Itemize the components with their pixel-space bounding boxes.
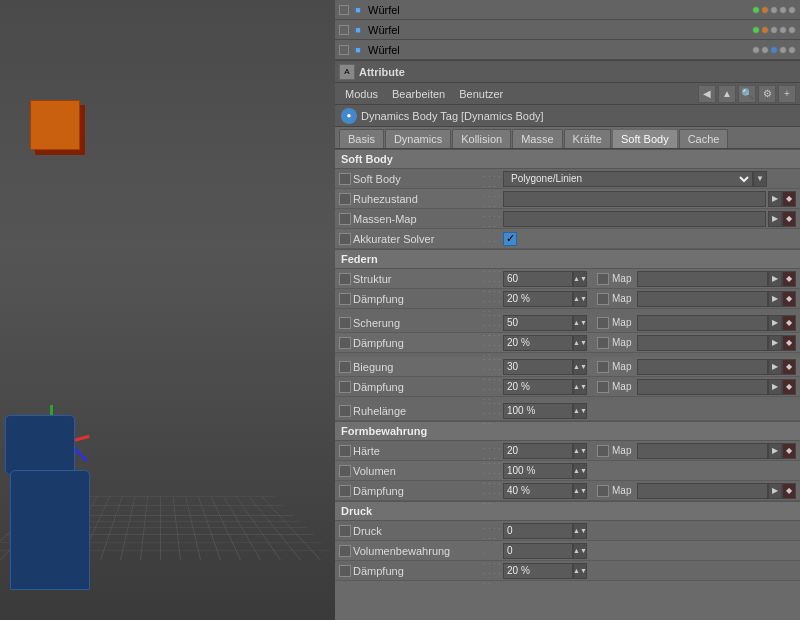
dampfung-5-input[interactable] <box>503 563 573 579</box>
struktur-map-input[interactable] <box>637 271 768 287</box>
dampfung-3-input[interactable] <box>503 379 573 395</box>
struktur-input[interactable] <box>503 271 573 287</box>
dampfung-1-map-check[interactable] <box>597 293 609 305</box>
soft-body-checkbox[interactable] <box>339 173 351 185</box>
dampfung-4-map-btn2[interactable]: ◆ <box>782 483 796 499</box>
volumen-spinner[interactable]: ▲▼ <box>573 463 587 479</box>
biegung-checkbox[interactable] <box>339 361 351 373</box>
dampfung-4-spinner[interactable]: ▲▼ <box>573 483 587 499</box>
dampfung-3-map-check[interactable] <box>597 381 609 393</box>
struktur-spinner[interactable]: ▲▼ <box>573 271 587 287</box>
dampfung-4-input[interactable] <box>503 483 573 499</box>
akkurater-solver-value[interactable]: ✓ <box>503 232 517 246</box>
menu-bearbeiten[interactable]: Bearbeiten <box>386 86 451 102</box>
biegung-map-input[interactable] <box>637 359 768 375</box>
tab-krafte[interactable]: Kräfte <box>564 129 611 148</box>
ruhelange-spinner[interactable]: ▲▼ <box>573 403 587 419</box>
search-button[interactable]: 🔍 <box>738 85 756 103</box>
biegung-input[interactable] <box>503 359 573 375</box>
scherung-checkbox[interactable] <box>339 317 351 329</box>
list-item[interactable]: ■ Würfel <box>335 20 800 40</box>
massen-map-btn1[interactable]: ▶ <box>768 211 782 227</box>
tab-cache[interactable]: Cache <box>679 129 729 148</box>
dampfung-3-map-btn1[interactable]: ▶ <box>768 379 782 395</box>
dampfung-3-checkbox[interactable] <box>339 381 351 393</box>
obj-visibility-check[interactable] <box>339 5 349 15</box>
volumenbewahrung-checkbox[interactable] <box>339 545 351 557</box>
scherung-map-check[interactable] <box>597 317 609 329</box>
harte-map-check[interactable] <box>597 445 609 457</box>
volumen-input[interactable] <box>503 463 573 479</box>
biegung-map-btn2[interactable]: ◆ <box>782 359 796 375</box>
menu-modus[interactable]: Modus <box>339 86 384 102</box>
dampfung-4-map-input[interactable] <box>637 483 768 499</box>
dampfung-2-map-btn1[interactable]: ▶ <box>768 335 782 351</box>
settings-button[interactable]: ⚙ <box>758 85 776 103</box>
harte-map-btn2[interactable]: ◆ <box>782 443 796 459</box>
nav-forward-button[interactable]: ▲ <box>718 85 736 103</box>
dampfung-1-checkbox[interactable] <box>339 293 351 305</box>
struktur-map-check[interactable] <box>597 273 609 285</box>
tab-basis[interactable]: Basis <box>339 129 384 148</box>
ruhezustand-btn1[interactable]: ▶ <box>768 191 782 207</box>
harte-spinner[interactable]: ▲▼ <box>573 443 587 459</box>
dampfung-2-map-btn2[interactable]: ◆ <box>782 335 796 351</box>
tab-soft-body[interactable]: Soft Body <box>612 129 678 148</box>
dampfung-1-map-btn1[interactable]: ▶ <box>768 291 782 307</box>
druck-input[interactable] <box>503 523 573 539</box>
nav-back-button[interactable]: ◀ <box>698 85 716 103</box>
volumenbewahrung-spinner[interactable]: ▲▼ <box>573 543 587 559</box>
scherung-map-btn2[interactable]: ◆ <box>782 315 796 331</box>
dampfung-3-map-btn2[interactable]: ◆ <box>782 379 796 395</box>
dampfung-5-checkbox[interactable] <box>339 565 351 577</box>
dampfung-1-input[interactable] <box>503 291 573 307</box>
dampfung-2-input[interactable] <box>503 335 573 351</box>
scherung-spinner[interactable]: ▲▼ <box>573 315 587 331</box>
tab-dynamics[interactable]: Dynamics <box>385 129 451 148</box>
biegung-spinner[interactable]: ▲▼ <box>573 359 587 375</box>
list-item[interactable]: ■ Würfel <box>335 40 800 60</box>
obj-visibility-check[interactable] <box>339 45 349 55</box>
dampfung-1-map-input[interactable] <box>637 291 768 307</box>
scherung-input[interactable] <box>503 315 573 331</box>
dampfung-4-checkbox[interactable] <box>339 485 351 497</box>
harte-map-btn1[interactable]: ▶ <box>768 443 782 459</box>
dampfung-1-map-btn2[interactable]: ◆ <box>782 291 796 307</box>
scherung-map-btn1[interactable]: ▶ <box>768 315 782 331</box>
akkurater-solver-checkbox[interactable] <box>339 233 351 245</box>
dampfung-3-spinner[interactable]: ▲▼ <box>573 379 587 395</box>
dampfung-2-map-check[interactable] <box>597 337 609 349</box>
massen-map-checkbox[interactable] <box>339 213 351 225</box>
dampfung-5-spinner[interactable]: ▲▼ <box>573 563 587 579</box>
struktur-checkbox[interactable] <box>339 273 351 285</box>
druck-checkbox[interactable] <box>339 525 351 537</box>
struktur-map-btn1[interactable]: ▶ <box>768 271 782 287</box>
ruhezustand-btn2[interactable]: ◆ <box>782 191 796 207</box>
ruhelange-input[interactable] <box>503 403 573 419</box>
biegung-map-btn1[interactable]: ▶ <box>768 359 782 375</box>
biegung-map-check[interactable] <box>597 361 609 373</box>
tab-kollision[interactable]: Kollision <box>452 129 511 148</box>
menu-benutzer[interactable]: Benutzer <box>453 86 509 102</box>
ruhelange-checkbox[interactable] <box>339 405 351 417</box>
dampfung-2-map-input[interactable] <box>637 335 768 351</box>
soft-body-select[interactable]: Polygone/Linien <box>503 171 753 187</box>
dampfung-4-map-check[interactable] <box>597 485 609 497</box>
expand-button[interactable]: + <box>778 85 796 103</box>
struktur-map-btn2[interactable]: ◆ <box>782 271 796 287</box>
harte-checkbox[interactable] <box>339 445 351 457</box>
tab-masse[interactable]: Masse <box>512 129 562 148</box>
dampfung-3-map-input[interactable] <box>637 379 768 395</box>
ruhezustand-checkbox[interactable] <box>339 193 351 205</box>
harte-map-input[interactable] <box>637 443 768 459</box>
dampfung-2-checkbox[interactable] <box>339 337 351 349</box>
dampfung-4-map-btn1[interactable]: ▶ <box>768 483 782 499</box>
volumen-checkbox[interactable] <box>339 465 351 477</box>
soft-body-dropdown-btn[interactable]: ▼ <box>753 171 767 187</box>
dampfung-1-spinner[interactable]: ▲▼ <box>573 291 587 307</box>
massen-map-btn2[interactable]: ◆ <box>782 211 796 227</box>
list-item[interactable]: ■ Würfel <box>335 0 800 20</box>
scherung-map-input[interactable] <box>637 315 768 331</box>
druck-spinner[interactable]: ▲▼ <box>573 523 587 539</box>
volumenbewahrung-input[interactable] <box>503 543 573 559</box>
